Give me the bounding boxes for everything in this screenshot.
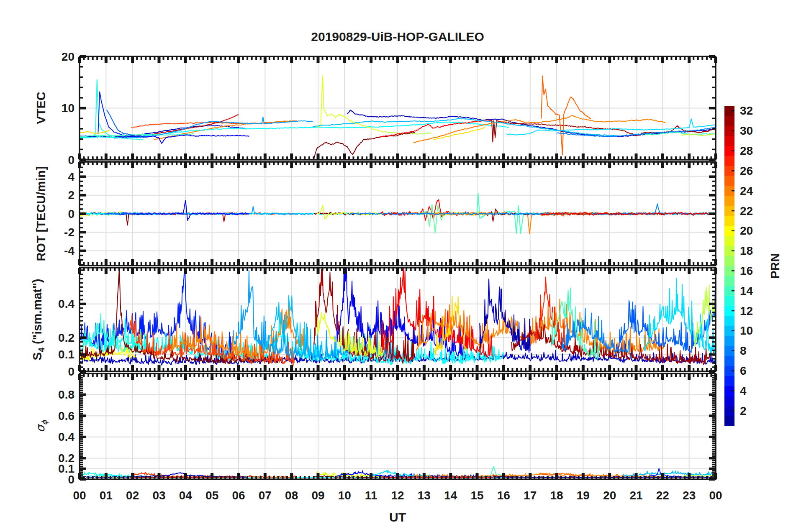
- colorbar-tick-label: 12: [740, 304, 753, 317]
- ytick-label-s4: 0.4: [58, 297, 74, 310]
- series-prn31: [492, 120, 716, 142]
- colorbar-band: [724, 336, 734, 346]
- plot-svg: 01020-4-202400.10.20.400.10.20.40.60.800…: [0, 0, 796, 532]
- colorbar-tick-label: 14: [740, 284, 753, 297]
- colorbar-tick-label: 6: [740, 364, 747, 377]
- series-prn7: [107, 110, 149, 137]
- colorbar-band: [724, 216, 734, 226]
- series-prn32: [314, 132, 415, 158]
- chart-title: 20190829-UiB-HOP-GALILEO: [311, 30, 484, 44]
- xlabel-ut: UT: [389, 510, 406, 524]
- colorbar-band: [724, 236, 734, 246]
- colorbar-band: [724, 316, 734, 326]
- series-prn13: [80, 80, 143, 140]
- colorbar-band: [724, 156, 734, 166]
- ytick-label-rot: 0: [68, 207, 74, 220]
- xtick-label: 07: [259, 489, 272, 502]
- xtick-label: 16: [497, 489, 510, 502]
- series-prn25: [541, 76, 591, 155]
- series-prn9: [114, 117, 313, 138]
- ytick-label-rot: 2: [68, 189, 74, 202]
- ylabel-sigma-phi: σϕ: [34, 420, 49, 432]
- colorbar-tick-label: 30: [740, 124, 753, 137]
- chart-figure: 01020-4-202400.10.20.400.10.20.40.60.800…: [0, 0, 796, 532]
- series-prn12: [80, 122, 509, 138]
- xtick-label: 13: [418, 489, 431, 502]
- ytick-label-rot: -2: [64, 226, 74, 239]
- panel-sigma-phi: 00.10.20.40.60.8: [58, 373, 716, 486]
- xtick-label: 20: [603, 489, 616, 502]
- colorbar-tick-label: 8: [740, 344, 747, 357]
- colorbar-tick-label: 16: [740, 264, 753, 277]
- colorbar-band: [724, 176, 734, 186]
- xtick-label: 15: [470, 489, 483, 502]
- ylabel-vtec: VTEC: [34, 92, 48, 124]
- sigma-symbol: σ: [34, 425, 47, 432]
- colorbar: 2468101214161820222426283032: [724, 104, 753, 426]
- ytick-label-sigma-phi: 0.2: [58, 452, 74, 465]
- series-prn28: [379, 200, 493, 220]
- ytick-label-s4: 0.2: [58, 331, 74, 344]
- series-prn21: [80, 130, 110, 134]
- colorbar-tick-label: 32: [740, 104, 753, 117]
- colorbar-tick-label: 4: [740, 384, 747, 397]
- colorbar-tick-label: 18: [740, 244, 753, 257]
- xtick-label: 12: [391, 489, 404, 502]
- phi-subscript: ϕ: [40, 420, 49, 425]
- panel-vtec: 01020: [62, 50, 716, 166]
- ytick-label-s4: 0.1: [58, 348, 74, 361]
- xtick-label: 17: [524, 489, 537, 502]
- colorbar-tick-label: 26: [740, 164, 753, 177]
- xtick-label: 00: [709, 489, 722, 502]
- ytick-label-vtec: 20: [62, 50, 74, 63]
- colorbar-tick-label: 10: [740, 324, 753, 337]
- colorbar-band: [724, 296, 734, 306]
- colorbar-band: [724, 416, 734, 426]
- ylabel-s4-rest: ("ism.mat"): [31, 279, 44, 348]
- xtick-label: 03: [152, 489, 165, 502]
- panel-s4: 00.10.20.4: [58, 268, 716, 378]
- ylabel-s4: S4 ("ism.mat"): [31, 279, 46, 361]
- xtick-label: 05: [205, 489, 218, 502]
- colorbar-band: [724, 356, 734, 366]
- colorbar-label: PRN: [768, 253, 782, 279]
- xtick-label: 22: [656, 489, 669, 502]
- xtick-label: 10: [338, 489, 351, 502]
- ylabel-s4-main: S: [31, 352, 44, 360]
- colorbar-tick-label: 20: [740, 224, 753, 237]
- ytick-label-vtec: 0: [68, 153, 74, 166]
- xtick-label: 06: [232, 489, 245, 502]
- ylabel-rot: ROT [TECU/min]: [34, 166, 48, 261]
- xtick-label: 09: [311, 489, 324, 502]
- panel-rot: -4-2024: [64, 162, 716, 266]
- xtick-label: 23: [683, 489, 696, 502]
- xtick-label: 04: [179, 489, 193, 502]
- colorbar-band: [724, 196, 734, 206]
- xtick-label: 11: [365, 489, 377, 502]
- xtick-label: 08: [285, 489, 298, 502]
- ytick-label-rot: -4: [64, 244, 74, 257]
- colorbar-band: [724, 396, 734, 406]
- series-prn5: [98, 92, 130, 136]
- colorbar-band: [724, 256, 734, 266]
- ytick-label-vtec: 10: [62, 102, 74, 115]
- ytick-label-sigma-phi: 0.8: [58, 388, 74, 401]
- xtick-label: 18: [550, 489, 563, 502]
- colorbar-tick-label: 28: [740, 144, 753, 157]
- colorbar-tick-label: 22: [740, 205, 753, 217]
- colorbar-band: [724, 376, 734, 386]
- xtick-label: 01: [100, 489, 113, 502]
- colorbar-band: [724, 136, 734, 146]
- ytick-label-s4: 0: [68, 365, 74, 378]
- xtick-label: 14: [444, 489, 457, 502]
- series-prn31: [492, 209, 716, 222]
- colorbar-band: [724, 276, 734, 286]
- series-prn19: [317, 205, 385, 219]
- ytick-label-sigma-phi: 0.6: [58, 409, 74, 422]
- colorbar-tick-label: 2: [740, 404, 747, 417]
- xtick-label: 02: [126, 489, 139, 502]
- colorbar-band: [724, 116, 734, 126]
- xtick-label: 21: [629, 489, 642, 502]
- colorbar-tick-label: 24: [740, 184, 753, 197]
- xtick-label: 19: [577, 489, 590, 502]
